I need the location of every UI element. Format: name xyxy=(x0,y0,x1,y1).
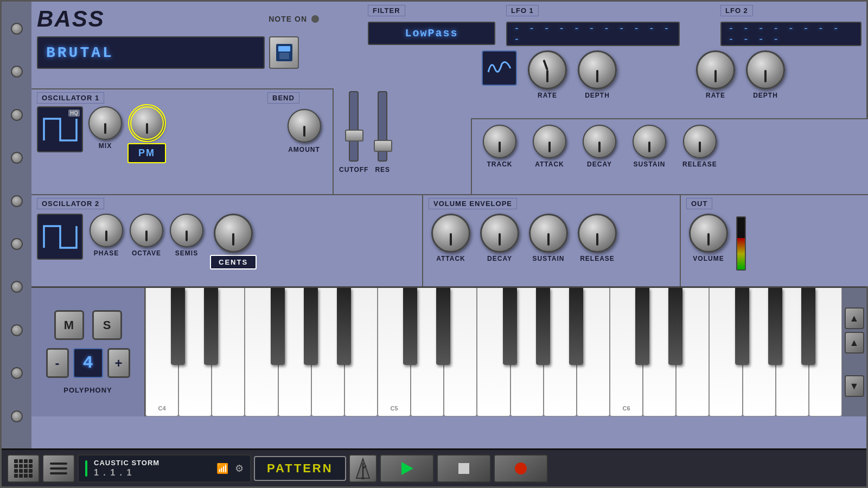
white-key-F5[interactable] xyxy=(477,288,510,416)
black-key[interactable] xyxy=(801,288,815,365)
filter-attack-label: ATTACK xyxy=(535,160,564,168)
black-key[interactable] xyxy=(171,288,185,365)
menu-button[interactable] xyxy=(42,454,75,483)
res-slider-track[interactable] xyxy=(378,91,387,162)
black-key[interactable] xyxy=(569,288,583,365)
pattern-button[interactable]: PATTERN xyxy=(254,456,346,481)
note-on-label: NOTE ON xyxy=(269,15,307,23)
filter-track-knob[interactable] xyxy=(483,125,516,158)
black-key[interactable] xyxy=(337,288,351,365)
white-key-F4[interactable] xyxy=(245,288,278,416)
osc2-octave-knob[interactable] xyxy=(130,214,163,247)
filter-body: CUTOFF RES xyxy=(333,88,471,194)
osc2-wave-display[interactable] xyxy=(37,214,83,260)
lfo1-section-label: LFO 1 xyxy=(506,5,539,16)
black-key[interactable] xyxy=(635,288,649,365)
lfo1-rate-group: RATE xyxy=(528,50,567,99)
white-key-F6[interactable] xyxy=(709,288,742,416)
out-section-label: OUT xyxy=(686,198,712,209)
white-key-C5[interactable]: C5 xyxy=(378,288,411,416)
lfo2-rate-label: RATE xyxy=(706,92,725,99)
filter-type-display[interactable]: LowPass xyxy=(368,22,495,45)
metronome-button[interactable] xyxy=(349,454,377,483)
filter-release-knob[interactable] xyxy=(683,125,717,158)
title-row: BASS NOTE ON xyxy=(37,6,319,32)
filter-env-section: TRACK ATTACK DECAY SUSTAIN RELEASE xyxy=(471,118,868,194)
vol-attack-group: ATTACK xyxy=(431,214,470,262)
grid-view-button[interactable] xyxy=(7,454,40,483)
vol-decay-group: DECAY xyxy=(480,214,519,262)
vol-release-knob[interactable] xyxy=(578,214,617,253)
cents-label[interactable]: CENTS xyxy=(210,255,257,269)
lfo1-depth-label: DEPTH xyxy=(585,92,610,99)
black-key[interactable] xyxy=(304,288,318,365)
key-label: C4 xyxy=(158,405,166,412)
screw xyxy=(11,23,23,35)
header-left: BASS NOTE ON BRUTAL xyxy=(37,6,319,69)
osc1-mix-knob[interactable] xyxy=(88,106,122,140)
bend-amount-knob[interactable] xyxy=(288,109,321,143)
scroll-up-button[interactable]: ▲ xyxy=(845,307,864,329)
scroll-down-button[interactable]: ▼ xyxy=(845,375,864,397)
wifi-icon: 📶 xyxy=(216,463,228,474)
scroll-up-small-button[interactable]: ▲ xyxy=(845,332,864,354)
osc2-semis-label: SEMIS xyxy=(175,249,198,257)
res-slider-thumb[interactable] xyxy=(374,140,392,152)
lfo2-knobs: RATE DEPTH xyxy=(685,50,868,99)
white-key-C4[interactable]: C4 xyxy=(145,288,178,416)
out-volume-knob[interactable] xyxy=(689,214,728,253)
preset-display[interactable]: BRUTAL xyxy=(37,36,265,69)
osc2-phase-knob[interactable] xyxy=(90,214,123,247)
osc2-semis-knob[interactable] xyxy=(170,214,203,247)
keyboard-section: M S - 4 + POLYPHONY C4C5C6 ▲ ▲ ▼ xyxy=(31,286,866,416)
filter-decay-knob[interactable] xyxy=(583,125,616,158)
black-key[interactable] xyxy=(536,288,550,365)
grid-icon xyxy=(14,459,33,478)
vol-attack-knob[interactable] xyxy=(431,214,470,253)
polyphony-decrease-button[interactable]: - xyxy=(46,348,69,378)
polyphony-value: 4 xyxy=(73,348,103,378)
cutoff-slider-track[interactable] xyxy=(349,91,359,162)
save-button[interactable] xyxy=(269,36,299,69)
vol-decay-knob[interactable] xyxy=(480,214,519,253)
osc1-pm-knob[interactable] xyxy=(130,106,164,140)
pm-button[interactable]: PM xyxy=(127,143,166,163)
black-key[interactable] xyxy=(403,288,417,365)
filter-attack-knob[interactable] xyxy=(533,125,566,158)
vol-sustain-knob[interactable] xyxy=(529,214,568,253)
mono-button[interactable]: M xyxy=(54,310,84,340)
stereo-button[interactable]: S xyxy=(92,310,122,340)
cutoff-slider-thumb[interactable] xyxy=(345,130,363,142)
filter-header-area: FILTER LowPass xyxy=(362,2,501,47)
black-key[interactable] xyxy=(768,288,782,365)
scroll-arrows: ▲ ▲ ▼ xyxy=(842,288,866,416)
lfo2-rate-knob[interactable] xyxy=(696,50,735,89)
black-key[interactable] xyxy=(503,288,517,365)
vu-meter xyxy=(736,216,746,271)
black-key[interactable] xyxy=(204,288,218,365)
osc2-cents-knob[interactable] xyxy=(214,214,253,253)
record-button[interactable] xyxy=(494,454,548,483)
res-group: RES xyxy=(375,91,390,174)
song-info: CAUSTIC STORM 1 . 1 . 1 📶 ⚙ xyxy=(78,454,251,483)
song-position: 1 . 1 . 1 xyxy=(94,468,159,478)
lfo1-wave-button[interactable] xyxy=(482,50,517,86)
lfo2-depth-knob[interactable] xyxy=(746,50,785,89)
osc1-wave-display[interactable]: HQ xyxy=(37,106,83,152)
white-key-C6[interactable]: C6 xyxy=(610,288,643,416)
instrument-title: BASS xyxy=(37,6,105,32)
filter-decay-group: DECAY xyxy=(583,125,616,168)
stop-button[interactable] xyxy=(437,454,491,483)
black-key[interactable] xyxy=(271,288,285,365)
black-key[interactable] xyxy=(436,288,450,365)
lfo1-depth-knob[interactable] xyxy=(578,50,617,89)
black-key[interactable] xyxy=(668,288,682,365)
lfo1-depth-group: DEPTH xyxy=(578,50,617,99)
play-button[interactable] xyxy=(380,454,434,483)
polyphony-increase-button[interactable]: + xyxy=(107,348,130,378)
osc2-cents-group: CENTS xyxy=(210,214,257,269)
black-key[interactable] xyxy=(735,288,749,365)
filter-sustain-knob[interactable] xyxy=(633,125,666,158)
lfo1-rate-knob[interactable] xyxy=(528,50,567,89)
lfo2-depth-label: DEPTH xyxy=(753,92,778,99)
